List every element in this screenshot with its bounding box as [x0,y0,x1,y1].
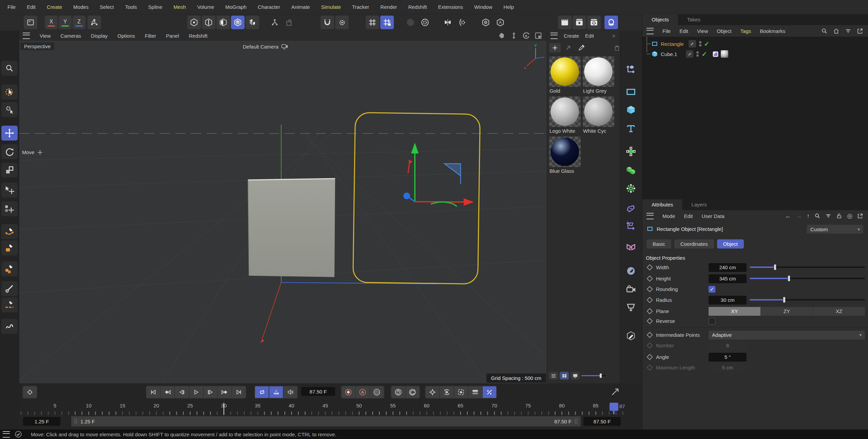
slider-knob[interactable] [774,264,776,270]
menubar-item[interactable]: Window [474,4,492,10]
filter-icon[interactable] [845,28,851,34]
material-thumbnail[interactable] [549,136,581,167]
menubar-item[interactable]: Character [258,4,280,10]
symmetry-butterfly-icon[interactable] [441,16,455,29]
symmetry-object-button[interactable] [623,240,639,255]
material-name[interactable]: Gold [549,87,581,96]
next-frame-button[interactable] [204,386,217,398]
frame-view-icon[interactable] [535,32,542,39]
camera-object-button[interactable] [623,282,639,297]
material-name[interactable]: Blue Glass [549,167,581,177]
enabled-check-icon[interactable]: ✓ [701,50,707,58]
viewport[interactable]: Y z x Perspective Default Camera Move Gr… [19,41,547,383]
menubar-item[interactable]: Redshift [408,4,427,10]
live-selection-button[interactable] [1,85,18,99]
next-key-button[interactable] [218,386,231,398]
axis-lock-button[interactable]: Z [73,16,85,29]
array-button[interactable] [623,163,639,178]
range-grip-left[interactable] [75,419,77,424]
range-grip-right[interactable] [575,419,577,424]
axis-lock-button[interactable]: X [45,16,58,29]
transfer-tool-button[interactable] [1,183,18,198]
quantize-lock-icon[interactable] [380,16,394,29]
add-material-button[interactable] [549,43,561,53]
plane-option[interactable]: XY [709,307,760,316]
object-row-cube[interactable]: Cube.1 ✓ [642,49,868,59]
intermediate-points-dropdown[interactable]: Adaptive▾ [709,331,865,340]
rectangle-spline-button[interactable] [1,240,18,255]
material-item[interactable]: White Cyc [583,96,614,136]
width-input[interactable]: 240 cm [709,263,747,272]
ring-settings-icon[interactable] [418,16,432,29]
effector-button[interactable] [623,181,639,196]
search-icon[interactable] [814,213,821,219]
loop-button[interactable] [255,386,269,398]
section-tab[interactable]: Basic [647,239,671,249]
group-title[interactable]: Object Properties [646,255,685,261]
rect-select-icon[interactable] [283,16,296,29]
move-tool-button[interactable] [1,126,18,141]
attributes-tab[interactable]: Layers [682,199,716,210]
primitive-object-button[interactable] [623,102,639,117]
shaded-view-button[interactable] [571,372,580,380]
current-frame-field[interactable]: 87.50 F [301,387,335,396]
gizmo-y-arrow[interactable] [411,143,419,153]
object-name[interactable]: Cube.1 [661,51,677,57]
attributes-menu-item[interactable]: Mode [662,213,675,219]
rotation-record-button[interactable] [406,386,419,398]
materials-create-menu[interactable]: Create [564,33,579,39]
box-tool-icon[interactable] [24,16,37,29]
menubar-item[interactable]: Select [100,4,114,10]
symmetry-settings-icon[interactable] [456,16,469,29]
annotation-button[interactable] [623,328,639,343]
polygons-mode-icon[interactable] [216,16,230,29]
timeline-expand-button[interactable] [610,387,620,396]
attributes-tab[interactable]: Attributes [642,199,682,210]
cube-object[interactable] [248,179,335,277]
material-item[interactable]: Blue Glass [549,136,581,177]
menubar-item[interactable]: Simulate [321,4,341,10]
lock-icon[interactable] [836,213,842,219]
filter-icon[interactable] [825,213,831,219]
toggle-channels-button[interactable] [468,386,482,398]
objects-menu-item[interactable]: File [662,28,671,34]
viewport-menu-item[interactable]: Display [91,33,108,39]
slider-knob[interactable] [788,275,790,281]
material-name[interactable]: Logo White [549,127,581,136]
plane-option[interactable]: ZY [761,307,813,316]
height-input[interactable]: 345 cm [709,274,747,283]
menubar-item[interactable]: Extensions [438,4,463,10]
rounding-checkbox[interactable] [709,286,715,293]
spline-smooth-button[interactable] [1,319,18,334]
menubar-item[interactable]: File [7,4,16,10]
goto-start-button[interactable] [147,386,160,398]
menubar-item[interactable]: Modes [73,4,89,10]
tweak-mode-button[interactable] [1,102,18,117]
camera-label[interactable]: Default Camera [239,42,292,51]
attributes-menu-item[interactable]: User Data [701,213,725,219]
reverse-checkbox[interactable] [709,318,715,325]
section-tab[interactable]: Object [717,239,744,249]
menubar-item[interactable]: Tracker [352,4,369,10]
view-label[interactable]: Perspective [20,42,54,50]
primitive-pen-button[interactable] [1,261,18,276]
material-item[interactable]: Gold [549,56,581,96]
render-settings-icon[interactable] [587,16,601,29]
material-thumbnail[interactable] [549,56,581,87]
enabled-check-icon[interactable]: ✓ [704,40,710,48]
materials-edit-menu[interactable]: Edit [585,33,594,39]
slider-knob[interactable] [783,297,786,303]
objects-menu-item[interactable]: View [697,28,708,34]
deformer-button[interactable] [623,202,639,217]
line-tool-button[interactable] [1,281,18,296]
stage-object-button[interactable] [623,300,639,315]
autokey-range-button[interactable]: A [269,386,283,398]
material-name[interactable]: Light Grey [583,87,614,96]
axis-lock-button[interactable]: Y [59,16,72,29]
pla-button[interactable] [483,386,496,398]
range-end-field[interactable]: 87.50 F [583,417,621,426]
rotate-tool-button[interactable] [1,144,18,159]
edit-toggle-icon[interactable] [686,50,693,58]
list-view-button[interactable] [549,372,558,380]
share-material-button[interactable] [562,43,574,53]
